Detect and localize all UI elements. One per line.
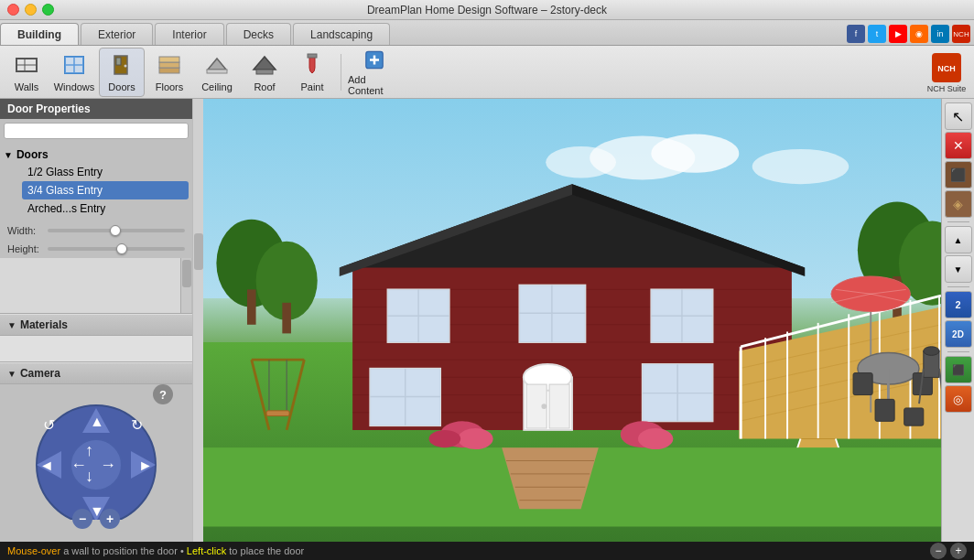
close-button[interactable] — [7, 4, 19, 16]
windows-button[interactable]: Windows — [51, 48, 97, 97]
svg-text:↻: ↻ — [131, 417, 143, 433]
svg-point-125 — [429, 430, 461, 447]
walls-icon — [13, 51, 40, 79]
nch-suite-button[interactable]: NCH NCH Suite — [923, 48, 970, 97]
3d-viewport[interactable] — [203, 99, 941, 542]
roof-label: Roof — [254, 81, 275, 92]
panel-scrollbar-thumb-main[interactable] — [194, 233, 203, 270]
add-content-button[interactable]: Add Content — [347, 48, 402, 97]
rss-icon[interactable]: ◉ — [910, 25, 928, 43]
twitter-icon[interactable]: t — [868, 25, 886, 43]
nch-suite-label: NCH Suite — [927, 84, 967, 93]
scroll-down-button[interactable]: ▼ — [945, 255, 972, 283]
width-slider-track — [48, 229, 185, 232]
window-title: DreamPlan Home Design Software – 2story-… — [367, 4, 607, 16]
svg-rect-111 — [875, 399, 894, 421]
add-content-label: Add Content — [348, 74, 401, 96]
expand-arrow: ▼ — [4, 150, 13, 160]
camera-wheel-svg: ↺ ↻ ↑ ↓ ← → ▲ — [23, 401, 169, 520]
tab-exterior[interactable]: Exterior — [81, 23, 153, 45]
ceiling-button[interactable]: Ceiling — [194, 48, 240, 97]
traffic-lights — [7, 4, 54, 16]
nch-icon[interactable]: NCH — [952, 25, 970, 43]
svg-point-76 — [541, 404, 547, 409]
status-message: Mouse-over a wall to position the door •… — [7, 545, 930, 556]
minimize-button[interactable] — [25, 4, 37, 16]
panel-separator-1 — [947, 221, 969, 222]
tab-interior[interactable]: Interior — [155, 23, 223, 45]
svg-text:►: ► — [138, 458, 153, 473]
materials-header[interactable]: ▼ Materials — [0, 314, 192, 336]
svg-text:▲: ▲ — [90, 414, 104, 429]
camera-label: Camera — [20, 367, 60, 380]
settings-button[interactable]: ◎ — [945, 385, 972, 413]
youtube-icon[interactable]: ▶ — [889, 25, 907, 43]
width-slider-thumb[interactable] — [110, 225, 121, 236]
zoom-minus-button[interactable]: − — [930, 543, 947, 559]
svg-rect-10 — [159, 68, 179, 73]
svg-rect-13 — [207, 70, 227, 73]
svg-rect-75 — [549, 384, 569, 428]
texture-button[interactable]: ◈ — [945, 190, 972, 218]
svg-rect-112 — [904, 408, 924, 425]
svg-line-128 — [252, 360, 269, 430]
svg-rect-71 — [370, 369, 440, 425]
door-item-arched[interactable]: Arched...s Entry — [22, 199, 189, 218]
cloud4 — [752, 149, 850, 184]
add-content-icon — [361, 48, 388, 71]
tab-decks[interactable]: Decks — [226, 23, 291, 45]
toolbar-separator — [341, 54, 341, 91]
zoom-plus-button[interactable]: + — [950, 543, 967, 559]
cursor-tool-button[interactable]: ↖ — [945, 102, 972, 130]
maximize-button[interactable] — [42, 4, 54, 16]
ceiling-label: Ceiling — [201, 81, 233, 92]
tab-building[interactable]: Building — [0, 23, 79, 45]
svg-rect-67 — [651, 289, 712, 342]
doors-tree-parent[interactable]: ▼ Doors — [4, 146, 189, 163]
materials-content — [0, 336, 192, 361]
zoom-out-button[interactable]: − — [72, 509, 92, 529]
titlebar: DreamPlan Home Design Software – 2story-… — [0, 0, 974, 20]
walls-button[interactable]: Walls — [4, 48, 49, 97]
tab-landscaping[interactable]: Landscaping — [293, 23, 390, 45]
walls-label: Walls — [15, 81, 38, 92]
width-label: Width: — [7, 225, 42, 236]
svg-marker-53 — [340, 184, 806, 267]
svg-rect-63 — [519, 285, 585, 342]
delete-button[interactable]: ✕ — [945, 132, 972, 159]
facebook-icon[interactable]: f — [847, 25, 865, 43]
windows-label: Windows — [54, 81, 95, 92]
status-text-2: to place the door — [226, 545, 304, 556]
height-label: Height: — [7, 243, 42, 254]
linkedin-icon[interactable]: in — [931, 25, 949, 43]
vertical-scrollbar[interactable] — [180, 258, 191, 313]
door-item-half-glass[interactable]: 1/2 Glass Entry — [22, 163, 189, 181]
panel-main-scrollbar[interactable] — [192, 99, 203, 542]
camera-header[interactable]: ▼ Camera — [0, 362, 192, 384]
door-item-three-quarter-glass[interactable]: 3/4 Glass Entry — [22, 181, 189, 199]
floor-2-button[interactable]: 2 — [945, 291, 972, 318]
material-button[interactable]: ⬛ — [945, 161, 972, 188]
3d-view-button[interactable]: ⬛ — [945, 356, 972, 383]
status-mouseover: Mouse-over — [7, 545, 60, 556]
paint-button[interactable]: Paint — [289, 48, 335, 97]
toolbar: Walls Windows Doors Floors — [0, 46, 974, 99]
paint-icon — [298, 51, 326, 79]
materials-arrow: ▼ — [7, 320, 16, 330]
doors-button[interactable]: Doors — [99, 48, 145, 97]
height-slider-thumb[interactable] — [116, 243, 127, 254]
floors-button[interactable]: Floors — [146, 48, 192, 97]
svg-rect-15 — [308, 54, 317, 58]
roof-button[interactable]: Roof — [242, 48, 287, 97]
2d-view-button[interactable]: 2D — [945, 320, 972, 348]
status-bar: Mouse-over a wall to position the door •… — [0, 542, 974, 560]
scroll-up-button[interactable]: ▲ — [945, 226, 972, 253]
door-tree: ▼ Doors 1/2 Glass Entry 3/4 Glass Entry … — [0, 143, 192, 221]
door-properties-panel: Door Properties ▼ Doors 1/2 Glass Entry … — [0, 99, 192, 258]
camera-wheel: ↺ ↻ ↑ ↓ ← → ▲ — [23, 401, 169, 522]
scrollbar-thumb[interactable] — [182, 260, 191, 287]
search-input[interactable] — [4, 123, 189, 139]
svg-text:NCH: NCH — [937, 64, 956, 73]
svg-rect-6 — [65, 57, 83, 73]
zoom-in-button[interactable]: + — [100, 509, 120, 529]
